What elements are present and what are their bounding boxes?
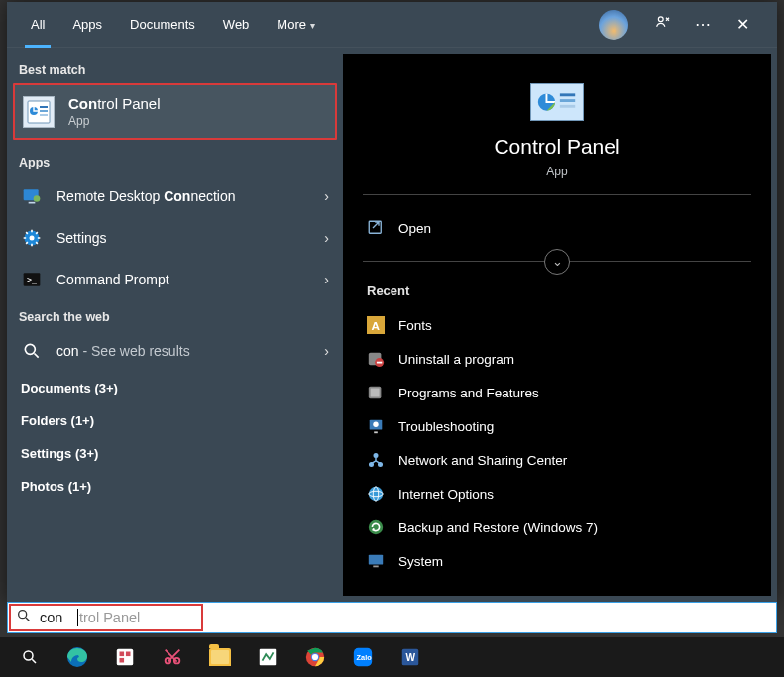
svg-rect-14 [560,93,575,96]
tab-more[interactable]: More [263,2,329,48]
svg-text:Zalo: Zalo [357,653,373,662]
svg-point-48 [312,654,318,660]
text-caret [77,609,78,626]
svg-rect-24 [371,389,380,397]
open-icon [367,219,385,237]
taskbar-app-icon-2[interactable] [244,637,291,677]
expand-chevron-icon[interactable]: ⌄ [544,249,570,275]
recent-heading: Recent [363,278,751,308]
app-settings[interactable]: Settings › [7,217,343,259]
best-match-subtitle: App [68,114,161,128]
search-icon [21,340,43,362]
section-best-match: Best match [7,54,343,83]
troubleshoot-icon [367,417,385,435]
recent-fonts[interactable]: A Fonts [363,308,751,342]
app-label: Settings [56,230,318,247]
group-settings[interactable]: Settings (3+) [7,437,343,470]
recent-troubleshooting[interactable]: Troubleshooting [363,409,751,443]
recent-programs-features[interactable]: Programs and Features [363,376,751,409]
uninstall-icon [367,350,385,368]
svg-point-33 [369,520,383,534]
open-label: Open [398,221,431,236]
svg-text:A: A [372,319,381,332]
programs-icon [367,384,385,401]
taskbar-app-icon-1[interactable] [101,637,149,677]
chevron-right-icon: › [324,343,329,360]
svg-rect-5 [40,114,48,116]
svg-rect-40 [120,652,125,657]
svg-point-37 [24,651,33,660]
recent-uninstall-program[interactable]: Uninstall a program [363,342,751,376]
app-label: Command Prompt [56,272,318,288]
taskbar-zalo-icon[interactable]: Zalo [339,637,387,677]
recent-internet-options[interactable]: Internet Options [363,477,751,510]
app-remote-desktop-connection[interactable]: Remote Desktop Connection › [7,175,343,217]
taskbar-chrome-icon[interactable] [291,637,339,677]
app-command-prompt[interactable]: >_ Command Prompt › [7,259,343,300]
taskbar-edge-icon[interactable] [54,637,101,677]
recent-label: Uninstall a program [398,352,514,367]
divider [363,194,751,195]
tab-web[interactable]: Web [209,2,264,48]
app-label: Remote Desktop Connection [56,188,318,205]
feedback-icon[interactable] [648,14,678,36]
taskbar-search-icon[interactable] [6,637,54,677]
user-avatar[interactable] [599,10,628,40]
internet-icon [367,485,385,503]
search-icon [16,608,32,627]
taskbar-snip-icon[interactable] [149,637,196,677]
control-panel-icon [23,96,55,128]
fonts-icon: A [367,316,385,334]
best-match-title: Control Panel [68,95,161,112]
svg-point-7 [34,195,41,202]
group-folders[interactable]: Folders (1+) [7,404,343,437]
taskbar-word-icon[interactable]: W [387,637,434,677]
recent-label: System [398,554,443,569]
recent-network-sharing[interactable]: Network and Sharing Center [363,443,751,477]
tab-documents[interactable]: Documents [116,2,209,48]
recent-label: Troubleshooting [398,419,494,434]
svg-rect-4 [40,110,48,112]
taskbar-file-explorer-icon[interactable] [196,637,244,677]
backup-icon [367,518,385,536]
action-open[interactable]: Open [363,211,751,245]
result-preview-pane: Control Panel App Open ⌄ Recent A Fonts [343,54,771,596]
close-icon[interactable]: ✕ [728,15,757,34]
svg-rect-34 [369,555,383,565]
more-options-icon[interactable]: ⋯ [688,15,718,34]
taskbar-search-box[interactable]: trol Panel [7,602,777,633]
group-photos[interactable]: Photos (1+) [7,470,343,503]
web-search-label: con - See web results [56,343,318,360]
svg-rect-22 [377,362,382,364]
svg-text:>_: >_ [27,275,38,284]
svg-point-29 [374,454,378,458]
svg-rect-16 [560,105,575,108]
recent-system[interactable]: System [363,544,751,578]
chevron-right-icon: › [324,188,329,205]
svg-point-0 [658,16,663,21]
tab-all[interactable]: All [17,2,58,48]
windows-search-panel: All Apps Documents Web More ⋯ ✕ Best mat… [7,2,777,602]
chevron-right-icon: › [324,230,329,247]
group-documents[interactable]: Documents (3+) [7,372,343,404]
section-apps: Apps [7,146,343,175]
svg-point-9 [30,236,35,241]
svg-rect-15 [560,99,575,102]
search-input[interactable] [40,610,768,625]
svg-rect-42 [120,658,125,663]
recent-label: Internet Options [398,487,494,502]
preview-control-panel-icon [530,83,584,121]
chevron-right-icon: › [324,272,329,288]
preview-title: Control Panel [363,135,751,159]
svg-point-30 [369,487,383,501]
taskbar: Zalo W [0,637,784,677]
settings-icon [21,227,43,249]
tab-apps[interactable]: Apps [58,2,116,48]
best-match-control-panel[interactable]: Control Panel App [13,83,337,140]
svg-rect-3 [40,106,48,108]
recent-label: Network and Sharing Center [398,453,567,468]
web-search-item[interactable]: con - See web results › [7,330,343,372]
recent-backup-restore[interactable]: Backup and Restore (Windows 7) [363,510,751,544]
svg-point-12 [25,344,35,354]
search-results-list: Best match Control Panel App Apps Remote… [7,48,343,602]
